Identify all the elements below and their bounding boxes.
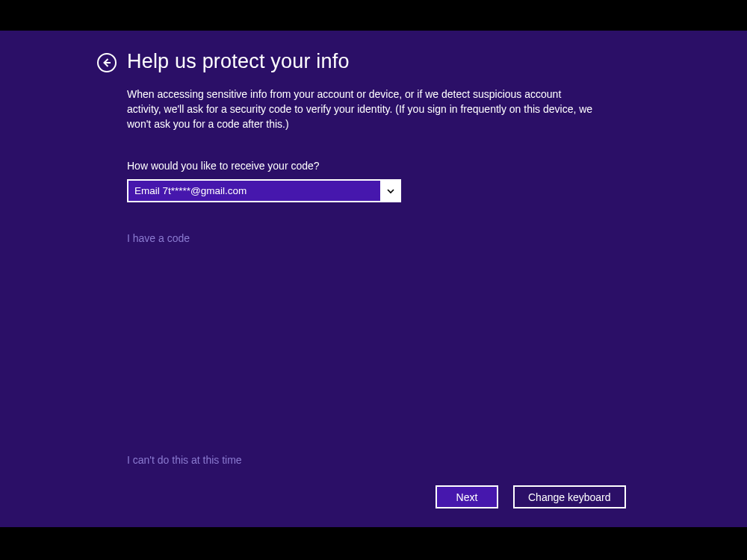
back-arrow-icon: [102, 57, 112, 68]
content-area: Help us protect your info When accessing…: [127, 50, 620, 245]
page-title: Help us protect your info: [127, 50, 620, 73]
description-text: When accessing sensitive info from your …: [127, 87, 598, 131]
cant-do-link[interactable]: I can't do this at this time: [127, 454, 242, 466]
change-keyboard-button[interactable]: Change keyboard: [513, 485, 626, 508]
have-code-link[interactable]: I have a code: [127, 232, 190, 244]
main-panel: Help us protect your info When accessing…: [0, 31, 747, 527]
question-label: How would you like to receive your code?: [127, 160, 620, 172]
delivery-method-dropdown[interactable]: Email 7t*****@gmail.com: [127, 179, 401, 202]
oobe-screen: Help us protect your info When accessing…: [0, 0, 747, 560]
button-row: Next Change keyboard: [0, 485, 747, 508]
dropdown-toggle-button[interactable]: [380, 179, 401, 202]
chevron-down-icon: [386, 187, 395, 196]
dropdown-selected-value[interactable]: Email 7t*****@gmail.com: [127, 179, 380, 202]
back-button[interactable]: [97, 53, 117, 72]
next-button[interactable]: Next: [436, 485, 498, 508]
